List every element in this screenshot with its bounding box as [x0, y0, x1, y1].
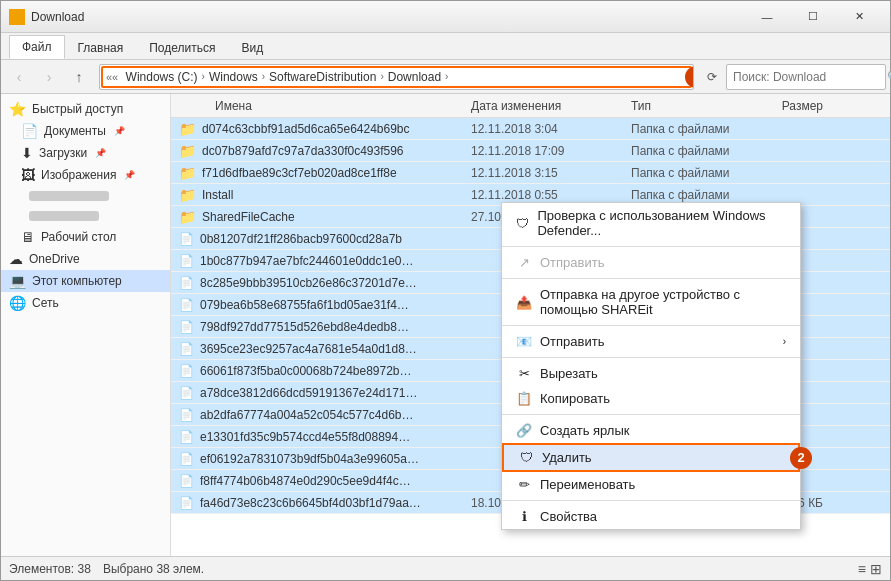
- table-row[interactable]: 📁 d074c63cbbf91ad5d6ca65e6424b69bc 12.11…: [171, 118, 890, 140]
- ctx-shareit[interactable]: 📤 Отправка на другое устройство с помощь…: [502, 282, 800, 322]
- file-name-label: ab2dfa67774a004a52c054c577c4d6b…: [200, 408, 414, 422]
- sidebar-item-network[interactable]: 🌐 Сеть: [1, 292, 170, 314]
- sidebar-label-thispc: Этот компьютер: [32, 274, 122, 288]
- search-input[interactable]: [733, 70, 883, 84]
- sidebar-item-documents[interactable]: 📄 Документы 📌: [1, 120, 170, 142]
- sidebar-item-blurred-2[interactable]: [1, 206, 170, 226]
- file-name-cell: 📄 66061f873f5ba0c00068b724be8972b…: [171, 364, 471, 378]
- ctx-delete[interactable]: 🛡 Удалить 2: [502, 443, 800, 472]
- sidebar-item-this-pc[interactable]: 💻 Этот компьютер: [1, 270, 170, 292]
- copy-icon: 📋: [516, 391, 532, 406]
- sidebar-label-network: Сеть: [32, 296, 59, 310]
- pin-icon-docs: 📌: [114, 126, 125, 136]
- table-row[interactable]: 📁 dc07b879afd7c97a7da330f0c493f596 12.11…: [171, 140, 890, 162]
- folder-icon: 📁: [179, 165, 196, 181]
- address-path: «« Windows (C:) › Windows › SoftwareDist…: [106, 70, 687, 84]
- file-name-label: 079bea6b58e68755fa6f1bd05ae31f4…: [200, 298, 409, 312]
- grid-view-icon[interactable]: ⊞: [870, 561, 882, 577]
- file-name-label: ef06192a7831073b9df5b04a3e99605a…: [200, 452, 419, 466]
- ctx-cut[interactable]: ✂ Вырезать: [502, 361, 800, 386]
- ctx-defender[interactable]: 🛡 Проверка с использованием Windows Defe…: [502, 203, 800, 243]
- address-segment-download: Download: [388, 70, 441, 84]
- file-name-cell: 📁 SharedFileCache: [171, 209, 471, 225]
- file-icon: 📄: [179, 386, 194, 400]
- ctx-sep-1: [502, 246, 800, 247]
- ctx-sep-2: [502, 278, 800, 279]
- file-name-label: e13301fd35c9b574ccd4e55f8d08894…: [200, 430, 410, 444]
- column-header: Имена Дата изменения Тип Размер: [171, 94, 890, 118]
- ctx-sep-6: [502, 500, 800, 501]
- file-name-label: f8ff4774b06b4874e0d290c5ee9d4f4c…: [200, 474, 411, 488]
- file-name-label: 8c285e9bbb39510cb26e86c37201d7e…: [200, 276, 417, 290]
- defender-icon: 🛡: [516, 216, 529, 231]
- file-name-cell: 📄 079bea6b58e68755fa6f1bd05ae31f4…: [171, 298, 471, 312]
- sidebar-item-quick-access[interactable]: ⭐ Быстрый доступ: [1, 98, 170, 120]
- back-button[interactable]: ‹: [5, 63, 33, 91]
- sidebar-item-onedrive[interactable]: ☁ OneDrive: [1, 248, 170, 270]
- sidebar-item-downloads[interactable]: ⬇ Загрузки 📌: [1, 142, 170, 164]
- up-button[interactable]: ↑: [65, 63, 93, 91]
- sidebar-label-onedrive: OneDrive: [29, 252, 80, 266]
- forward-button[interactable]: ›: [35, 63, 63, 91]
- file-icon: 📄: [179, 320, 194, 334]
- maximize-button[interactable]: ☐: [790, 1, 836, 33]
- svg-rect-3: [18, 18, 24, 24]
- send1-icon: ↗: [516, 255, 532, 270]
- address-bar[interactable]: «« Windows (C:) › Windows › SoftwareDist…: [99, 64, 694, 90]
- file-icon: 📄: [179, 430, 194, 444]
- status-elements: Элементов: 38: [9, 562, 91, 576]
- file-type-cell: Папка с файлами: [631, 166, 751, 180]
- folder-icon: 📁: [179, 209, 196, 225]
- file-name-cell: 📄 0b81207df21ff286bacb97600cd28a7b: [171, 232, 471, 246]
- file-name-cell: 📄 a78dce3812d66dcd59191367e24d171…: [171, 386, 471, 400]
- file-name-cell: 📄 798df927dd77515d526ebd8e4dedb8…: [171, 320, 471, 334]
- ctx-sep-5: [502, 414, 800, 415]
- network-icon: 🌐: [9, 295, 26, 311]
- status-selected: Выбрано 38 элем.: [103, 562, 204, 576]
- ctx-shortcut[interactable]: 🔗 Создать ярлык: [502, 418, 800, 443]
- file-name-label: dc07b879afd7c97a7da330f0c493f596: [202, 144, 404, 158]
- ctx-cut-label: Вырезать: [540, 366, 598, 381]
- list-view-icon[interactable]: ≡: [858, 561, 866, 577]
- ctx-properties-label: Свойства: [540, 509, 597, 524]
- file-icon: 📄: [179, 496, 194, 510]
- addr-arrow-2: ›: [262, 71, 265, 82]
- ctx-send2[interactable]: 📧 Отправить ›: [502, 329, 800, 354]
- window-icon: [9, 9, 25, 25]
- sidebar-item-desktop[interactable]: 🖥 Рабочий стол: [1, 226, 170, 248]
- search-box[interactable]: 🔍: [726, 64, 886, 90]
- file-name-cell: 📄 8c285e9bbb39510cb26e86c37201d7e…: [171, 276, 471, 290]
- close-button[interactable]: ✕: [836, 1, 882, 33]
- ctx-copy[interactable]: 📋 Копировать: [502, 386, 800, 411]
- folder-icon: 📁: [179, 143, 196, 159]
- col-name-header: Имена: [171, 99, 471, 113]
- addr-arrow-3: ›: [380, 71, 383, 82]
- file-name-cell: 📁 dc07b879afd7c97a7da330f0c493f596: [171, 143, 471, 159]
- ctx-rename[interactable]: ✏ Переименовать: [502, 472, 800, 497]
- cloud-icon: ☁: [9, 251, 23, 267]
- props-icon: ℹ: [516, 509, 532, 524]
- file-name-label: fa46d73e8c23c6b6645bf4d03bf1d79aa…: [200, 496, 421, 510]
- shareit-icon: 📤: [516, 295, 532, 310]
- tab-view[interactable]: Вид: [228, 36, 276, 59]
- file-icon: 📄: [179, 364, 194, 378]
- minimize-button[interactable]: —: [744, 1, 790, 33]
- pc-icon: 💻: [9, 273, 26, 289]
- pin-icon-img: 📌: [124, 170, 135, 180]
- svg-rect-1: [18, 10, 24, 16]
- segment-softdist-label: SoftwareDistribution: [269, 70, 376, 84]
- address-segment-softdist: SoftwareDistribution: [269, 70, 376, 84]
- sidebar-item-blurred-1[interactable]: [1, 186, 170, 206]
- addr-arrow-1: ›: [202, 71, 205, 82]
- file-name-cell: 📄 3695ce23ec9257ac4a7681e54a0d1d8…: [171, 342, 471, 356]
- refresh-button[interactable]: ⟳: [700, 65, 724, 89]
- tab-home[interactable]: Главная: [65, 36, 137, 59]
- sidebar-item-images[interactable]: 🖼 Изображения 📌: [1, 164, 170, 186]
- tab-file[interactable]: Файл: [9, 35, 65, 59]
- badge-1: 1: [685, 66, 694, 88]
- sidebar-label-docs: Документы: [44, 124, 106, 138]
- tab-share[interactable]: Поделиться: [136, 36, 228, 59]
- table-row[interactable]: 📁 f71d6dfbae89c3cf7eb020ad8ce1ff8e 12.11…: [171, 162, 890, 184]
- file-icon: 📄: [179, 408, 194, 422]
- ctx-properties[interactable]: ℹ Свойства: [502, 504, 800, 529]
